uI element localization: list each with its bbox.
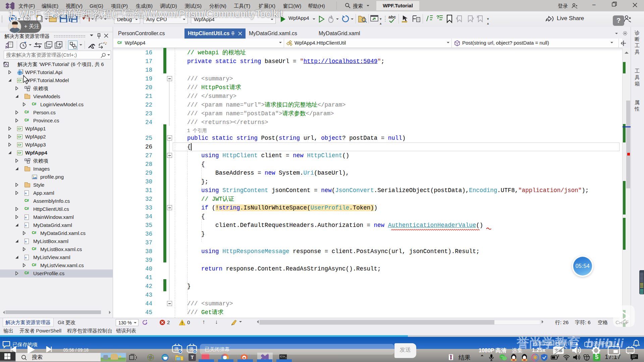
svg-text:弹: 弹 <box>174 347 179 352</box>
svg-text:弹: 弹 <box>189 347 194 352</box>
